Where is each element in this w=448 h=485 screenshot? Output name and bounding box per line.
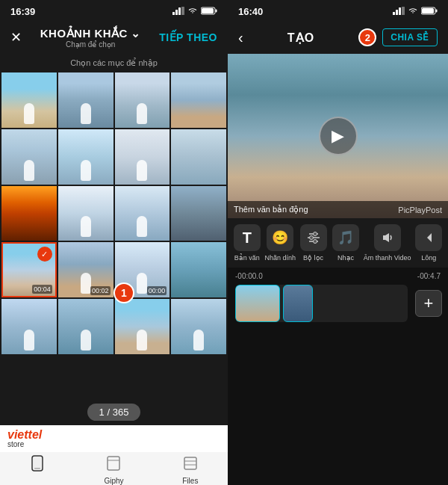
left-title-sub: Chạm để chọn [66, 40, 115, 49]
bottom-navigation: Giphy Files [0, 452, 228, 485]
grid-item-2[interactable] [58, 72, 113, 128]
wifi-icon [187, 7, 198, 16]
text-tool-label: Bản văn [234, 254, 260, 262]
svg-rect-8 [34, 468, 40, 469]
tool-audio[interactable]: Âm thanh Video [364, 224, 411, 262]
right-signal-icon [393, 7, 405, 16]
filter-tool-label: Bộ lọc [303, 254, 323, 262]
video-overlay-text: Thêm văn bản động [234, 205, 308, 214]
tool-long[interactable]: Lông [414, 224, 444, 262]
grid-item-4[interactable] [171, 72, 226, 128]
back-button[interactable]: ‹ [238, 29, 243, 46]
timeline-row: + [228, 282, 448, 325]
signal-icon [172, 7, 184, 16]
grid-item-16[interactable] [171, 242, 226, 297]
timeline-area[interactable]: -00:00.0 -00:4.7 + [228, 268, 448, 485]
audio-tool-label: Âm thanh Video [364, 254, 411, 262]
grid-item-7[interactable] [115, 129, 170, 185]
tool-sticker[interactable]: 😊 Nhãn dính [264, 224, 296, 262]
viettel-logo: viettel store [7, 429, 42, 448]
right-battery-icon [421, 7, 438, 16]
grid-item-1[interactable] [1, 72, 57, 128]
tool-music[interactable]: 🎵 Nhạc [331, 224, 361, 262]
left-time: 16:39 [10, 6, 35, 17]
timeline-time-right: -00:4.7 [417, 272, 441, 280]
long-tool-icon [415, 224, 442, 251]
tool-text[interactable]: T Bản văn [232, 224, 262, 262]
right-title: TẠO [287, 31, 314, 45]
svg-rect-9 [108, 457, 119, 470]
sticker-tool-label: Nhãn dính [264, 254, 296, 262]
svg-marker-25 [383, 233, 389, 242]
right-wifi-icon [408, 7, 418, 16]
nav-item-files[interactable]: Files [182, 455, 199, 482]
photo-grid: ✓ 00:04 00:02 00:00 [0, 72, 228, 354]
viettel-row: viettel store [0, 425, 228, 452]
grid-item-17[interactable] [1, 299, 57, 354]
check-badge: ✓ [37, 247, 52, 262]
grid-item-3[interactable] [115, 72, 170, 128]
grid-item-6[interactable] [58, 129, 113, 185]
svg-rect-0 [172, 12, 175, 15]
svg-rect-17 [436, 9, 438, 12]
music-tool-icon: 🎵 [332, 224, 359, 251]
music-tool-label: Nhạc [337, 254, 354, 262]
grid-item-8[interactable] [171, 129, 226, 185]
grid-item-20[interactable] [171, 299, 226, 354]
page-indicator: 1 / 365 [87, 404, 141, 421]
grid-item-10[interactable] [58, 186, 113, 241]
grid-item-18[interactable] [58, 299, 113, 354]
svg-rect-14 [399, 7, 401, 15]
right-status-icons [393, 7, 438, 16]
item-duration-14: 00:02 [90, 286, 111, 295]
add-clip-button[interactable]: + [415, 290, 442, 317]
video-preview-area[interactable]: ▶ Thêm văn bản động PicPlayPost [228, 54, 448, 218]
timeline-track[interactable] [235, 285, 408, 322]
svg-rect-12 [393, 12, 395, 15]
next-button[interactable]: TIẾP THEO [159, 31, 217, 43]
step-2-badge: 2 [358, 28, 376, 46]
right-header: ‹ TẠO 2 CHIA SẺ [228, 21, 448, 54]
chia-se-button[interactable]: CHIA SẺ [382, 28, 438, 46]
svg-rect-11 [184, 457, 196, 469]
filter-tool-icon [300, 224, 327, 251]
svg-rect-15 [402, 7, 405, 15]
photo-grid-container[interactable]: ✓ 00:04 00:02 00:00 [0, 72, 228, 399]
left-subtitle: Chọn các mục để nhập [0, 54, 228, 72]
step-1-badge: 1 [113, 282, 134, 303]
item-duration: 00:04 [32, 285, 52, 294]
left-header: ✕ KHOẢNH KHẮC ⌄ Chạm để chọn TIẾP THEO [0, 21, 228, 54]
svg-rect-5 [216, 9, 217, 12]
timeline-clip-1[interactable] [235, 285, 280, 322]
svg-rect-18 [422, 8, 434, 13]
viettel-text: viettel [7, 429, 42, 441]
long-tool-label: Lông [421, 254, 436, 262]
timeline-time-left: -00:00.0 [235, 272, 263, 280]
grid-item-9[interactable] [1, 186, 57, 241]
sticker-tool-icon: 😊 [267, 224, 293, 251]
svg-rect-2 [178, 7, 181, 15]
viettel-store-text: store [7, 441, 42, 448]
grid-item-12[interactable] [171, 186, 226, 241]
giphy-icon [105, 455, 122, 475]
grid-item-11[interactable] [115, 186, 170, 241]
chevron-down-icon[interactable]: ⌄ [131, 27, 141, 40]
svg-rect-1 [175, 10, 178, 15]
grid-item-19[interactable] [115, 299, 170, 354]
svg-rect-6 [202, 8, 214, 13]
left-header-title: KHOẢNH KHẮC ⌄ Chạm để chọn [40, 27, 141, 49]
nav-item-giphy[interactable]: Giphy [104, 455, 123, 482]
grid-item-5[interactable] [1, 129, 57, 185]
video-overlay-bar: Thêm văn bản động PicPlayPost [228, 201, 448, 218]
tool-filter[interactable]: Bộ lọc [299, 224, 329, 262]
grid-item-14[interactable]: 00:02 [58, 242, 113, 297]
play-button[interactable]: ▶ [319, 117, 358, 155]
left-title-main: KHOẢNH KHẮC ⌄ [40, 27, 141, 40]
left-title-text: KHOẢNH KHẮC [40, 27, 128, 40]
right-header-actions: 2 CHIA SẺ [358, 28, 438, 46]
grid-item-13-selected[interactable]: ✓ 00:04 [1, 242, 57, 297]
nav-item-phone[interactable] [29, 455, 46, 482]
tools-row: T Bản văn 😊 Nhãn dính Bộ lọc 🎵 Nhạ [228, 218, 448, 268]
timeline-clip-2[interactable] [283, 285, 313, 322]
close-button[interactable]: ✕ [10, 29, 22, 46]
